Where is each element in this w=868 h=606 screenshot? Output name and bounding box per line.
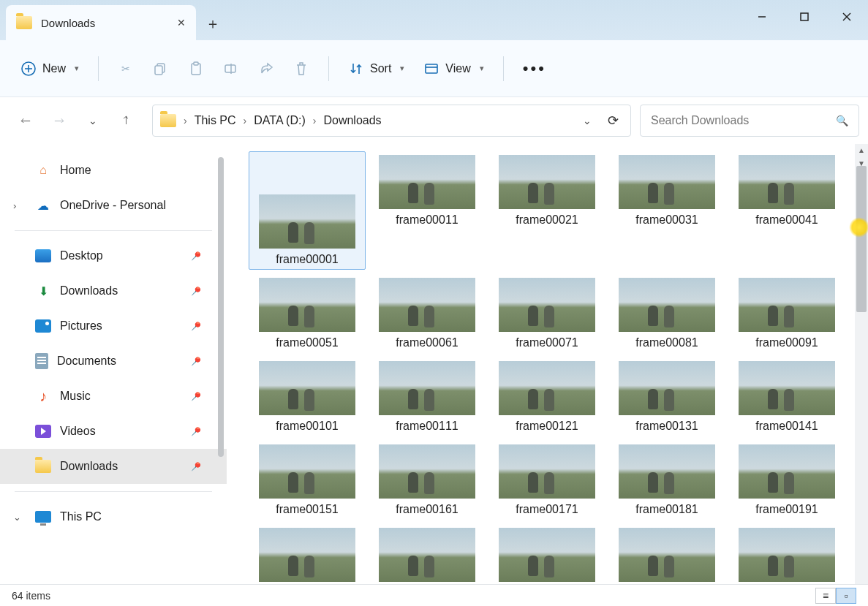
file-item[interactable]: frame00201	[249, 524, 366, 584]
pin-icon[interactable]: 📍	[187, 387, 204, 404]
file-thumbnail	[619, 528, 715, 582]
file-item[interactable]: frame00071	[488, 274, 605, 353]
forward-button[interactable]: 🡒	[50, 111, 69, 130]
file-thumbnail	[619, 444, 715, 499]
file-item[interactable]: frame00121	[488, 357, 605, 436]
file-label: frame00031	[635, 213, 698, 227]
file-item[interactable]: frame00181	[608, 441, 725, 520]
file-item[interactable]: frame00141	[728, 357, 845, 436]
file-item[interactable]: frame00151	[249, 441, 366, 520]
sidebar-onedrive[interactable]: ›☁OneDrive - Personal	[0, 188, 227, 223]
cut-button[interactable]: ✂	[110, 53, 141, 84]
file-thumbnail	[739, 361, 835, 415]
file-label: frame00161	[396, 503, 458, 516]
sidebar-documents[interactable]: Documents📍	[0, 344, 227, 379]
file-item[interactable]: frame00171	[488, 441, 605, 520]
close-window-button[interactable]	[826, 0, 868, 34]
breadcrumb-drive[interactable]: DATA (D:)	[254, 114, 306, 127]
sidebar-thispc[interactable]: ⌄This PC	[0, 499, 227, 534]
paste-button[interactable]	[181, 53, 211, 84]
scroll-track[interactable]	[855, 157, 868, 571]
file-label: frame00051	[276, 336, 338, 349]
sidebar-videos[interactable]: Videos📍	[0, 414, 227, 449]
delete-button[interactable]	[286, 53, 317, 84]
file-item[interactable]: frame00131	[608, 357, 725, 436]
scroll-handle[interactable]	[856, 166, 867, 312]
up-button[interactable]: 🡑	[117, 111, 136, 130]
file-item[interactable]: frame00111	[369, 357, 486, 436]
pin-icon[interactable]: 📍	[187, 317, 204, 334]
file-item[interactable]: frame00221	[488, 524, 605, 584]
more-button[interactable]: •••	[516, 59, 554, 78]
breadcrumb-thispc[interactable]: This PC	[195, 114, 236, 127]
sort-button[interactable]: Sort ▾	[341, 53, 412, 84]
pin-icon[interactable]: 📍	[187, 282, 204, 299]
pin-icon[interactable]: 📍	[187, 247, 204, 264]
search-input[interactable]	[651, 114, 836, 127]
copy-icon	[153, 61, 169, 77]
breadcrumb-folder[interactable]: Downloads	[323, 114, 381, 127]
file-item[interactable]: frame00021	[488, 151, 605, 270]
search-box[interactable]: 🔍	[640, 105, 859, 137]
file-label: frame00131	[635, 420, 698, 433]
copy-button[interactable]	[146, 53, 176, 84]
pc-icon	[35, 511, 51, 523]
videos-icon	[35, 425, 51, 438]
file-item[interactable]: frame00011	[369, 151, 486, 270]
pin-icon[interactable]: 📍	[187, 458, 204, 474]
file-item[interactable]: frame00031	[608, 151, 725, 270]
address-bar[interactable]: › This PC › DATA (D:) › Downloads ⌄ ⟳	[152, 105, 631, 137]
file-item[interactable]: frame00231	[608, 524, 725, 584]
sidebar-home[interactable]: ⌂Home	[0, 153, 227, 188]
separator	[503, 56, 504, 81]
file-item[interactable]: frame00091	[728, 274, 845, 353]
file-thumbnail	[499, 361, 595, 415]
file-item[interactable]: frame00241	[728, 524, 845, 584]
new-button[interactable]: New ▾	[13, 53, 86, 84]
rename-button[interactable]	[216, 53, 246, 84]
pin-icon[interactable]: 📍	[187, 423, 204, 439]
file-thumbnail	[379, 444, 475, 499]
sidebar-desktop[interactable]: Desktop📍	[0, 238, 227, 273]
file-item[interactable]: frame00161	[369, 441, 486, 520]
refresh-button[interactable]: ⟳	[603, 113, 623, 129]
file-item[interactable]: frame00041	[728, 151, 845, 270]
maximize-button[interactable]	[783, 0, 826, 34]
scroll-up-button[interactable]: ▲	[855, 144, 868, 157]
file-item[interactable]: frame00211	[369, 524, 486, 584]
back-button[interactable]: 🡐	[16, 111, 35, 130]
file-item[interactable]: frame00001	[249, 151, 366, 270]
expand-icon[interactable]: ⌄	[13, 512, 21, 523]
file-label: frame00121	[516, 420, 578, 433]
chevron-down-icon: ▾	[400, 64, 404, 73]
minimize-button[interactable]	[741, 0, 783, 34]
file-item[interactable]: frame00191	[728, 441, 845, 520]
sidebar-pictures[interactable]: Pictures📍	[0, 308, 227, 344]
details-view-button[interactable]: ≡	[815, 588, 836, 604]
home-icon: ⌂	[35, 163, 51, 178]
expand-icon[interactable]: ›	[13, 200, 16, 211]
file-item[interactable]: frame00051	[249, 274, 366, 353]
address-history-dropdown[interactable]: ⌄	[578, 115, 596, 126]
search-icon[interactable]: 🔍	[836, 115, 848, 126]
vertical-scrollbar[interactable]: ▲ ▼	[855, 144, 868, 584]
file-item[interactable]: frame00101	[249, 357, 366, 436]
pin-icon[interactable]: 📍	[187, 352, 204, 369]
view-button[interactable]: View ▾	[416, 53, 491, 84]
recent-dropdown[interactable]: ⌄	[83, 111, 102, 130]
sidebar-downloads[interactable]: ⬇Downloads📍	[0, 273, 227, 308]
svg-rect-11	[225, 65, 235, 72]
new-tab-button[interactable]: ＋	[196, 7, 230, 40]
file-item[interactable]: frame00081	[608, 274, 725, 353]
sidebar-scrollbar[interactable]	[218, 157, 224, 457]
share-button[interactable]	[251, 53, 282, 84]
separator	[328, 56, 329, 81]
thumbnails-view-button[interactable]: ▫	[836, 588, 856, 604]
sidebar-music[interactable]: ♪Music📍	[0, 379, 227, 414]
file-item[interactable]: frame00061	[369, 274, 486, 353]
sidebar-downloads-folder[interactable]: Downloads📍	[0, 449, 227, 484]
file-label: frame00171	[516, 503, 578, 516]
close-tab-icon[interactable]: ✕	[177, 17, 186, 29]
tab-downloads[interactable]: Downloads ✕	[6, 5, 196, 40]
file-label: frame00061	[396, 336, 458, 349]
